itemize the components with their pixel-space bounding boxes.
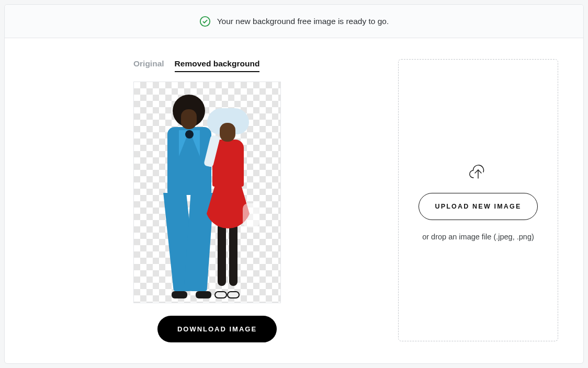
upload-dropzone[interactable]: UPLOAD NEW IMAGE or drop an image file (… xyxy=(398,59,558,341)
result-panel: Original Removed background xyxy=(30,59,302,342)
result-image-preview xyxy=(133,82,281,303)
svg-point-0 xyxy=(200,16,210,26)
view-tabs: Original Removed background xyxy=(133,59,301,72)
success-banner: Your new background free image is ready … xyxy=(5,5,583,38)
tab-removed-background[interactable]: Removed background xyxy=(175,59,260,72)
upload-panel: UPLOAD NEW IMAGE or drop an image file (… xyxy=(398,59,558,342)
check-circle-icon xyxy=(199,16,211,27)
download-image-button[interactable]: DOWNLOAD IMAGE xyxy=(157,316,277,342)
cloud-upload-icon xyxy=(467,159,490,180)
tab-original[interactable]: Original xyxy=(133,59,164,72)
banner-message: Your new background free image is ready … xyxy=(217,17,389,26)
main-card: Your new background free image is ready … xyxy=(4,4,584,364)
content-area: Original Removed background xyxy=(5,38,583,358)
upload-new-image-button[interactable]: UPLOAD NEW IMAGE xyxy=(419,193,537,220)
subject-person-2 xyxy=(197,105,249,298)
drop-hint-text: or drop an image file (.jpeg, .png) xyxy=(422,233,534,241)
